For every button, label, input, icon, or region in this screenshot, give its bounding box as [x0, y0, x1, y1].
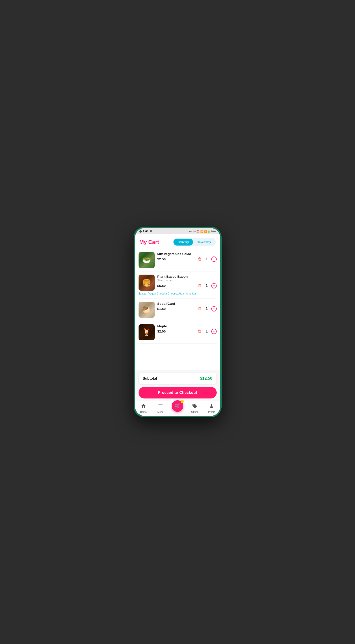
bottom-section: Subtotal $12.50 Procced to Checkout — [135, 370, 220, 401]
battery-icon: 🔋 — [207, 230, 210, 233]
nav-cart[interactable]: 🛒 — [171, 400, 184, 412]
item-name: Mojito — [157, 324, 217, 328]
settings-icon: ⚙ — [150, 230, 152, 233]
item-price-row: $6.50 🗑 1 + — [157, 283, 217, 288]
camera-dot — [139, 230, 142, 232]
cart-item: Mix Vegetables Salad $2.50 🗑 1 + — [139, 249, 217, 272]
item-image-mojito — [139, 324, 155, 340]
cart-button[interactable]: 🛒 — [172, 400, 183, 412]
item-price: $6.50 — [157, 284, 166, 288]
item-image-salad — [139, 252, 155, 268]
nav-offers[interactable]: Offers — [188, 403, 201, 413]
item-price-row: $2.50 🗑 1 + — [157, 256, 217, 262]
item-price: $2.50 — [157, 257, 166, 261]
item-price-row: $1.50 🗑 1 + — [157, 306, 217, 312]
cart-item: Plant Based Bacon Size : Large, $6.50 🗑 … — [139, 272, 217, 298]
wifi-icon: 📶 — [200, 230, 203, 233]
item-controls: 🗑 1 + — [197, 256, 217, 262]
delete-button[interactable]: 🗑 — [197, 256, 202, 262]
phone-inner: 2:04 ⚙ 0.93 KB/S ⏰ 📶 📶 🔋 56% My Cart Del… — [135, 228, 220, 416]
delivery-button[interactable]: Delivery — [173, 238, 193, 246]
offers-icon — [192, 403, 197, 410]
cart-items-list: Mix Vegetables Salad $2.50 🗑 1 + — [135, 249, 220, 370]
item-quantity: 1 — [205, 284, 209, 288]
item-name: Soda (Can) — [157, 302, 217, 306]
signal-icon: 📶 — [204, 230, 207, 233]
nav-home[interactable]: Home — [137, 403, 150, 413]
subtotal-card: Subtotal $12.50 — [139, 373, 217, 384]
item-name: Mix Vegetables Salad — [157, 252, 217, 256]
offers-label: Offers — [191, 410, 198, 413]
item-details: Plant Based Bacon Size : Large, $6.50 🗑 … — [157, 274, 217, 288]
battery-percent: 56% — [211, 230, 216, 233]
add-button[interactable]: + — [211, 329, 217, 334]
cart-item-main: Mix Vegetables Salad $2.50 🗑 1 + — [139, 252, 217, 268]
data-speed: 0.93 KB/S — [187, 230, 196, 232]
checkout-button[interactable]: Procced to Checkout — [139, 387, 217, 398]
delete-button[interactable]: 🗑 — [197, 328, 202, 334]
app-content: My Cart Delivery Takeaway Mix Vegetables… — [135, 234, 220, 401]
subtotal-value: $12.50 — [200, 376, 212, 381]
item-size: Size : Large, — [157, 279, 217, 282]
item-extras: Extras : Vegan Cheddar Cheese,Vegan Amer… — [139, 292, 217, 295]
status-left: 2:04 ⚙ — [139, 230, 152, 233]
delete-button[interactable]: 🗑 — [197, 283, 202, 288]
takeaway-button[interactable]: Takeaway — [193, 238, 215, 246]
item-controls: 🗑 1 + — [197, 328, 217, 334]
item-details: Mojito $2.00 🗑 1 + — [157, 324, 217, 334]
extras-value: Vegan Cheddar Cheese,Vegan American — [148, 292, 197, 295]
item-controls: 🗑 1 + — [197, 306, 217, 312]
phone-frame: 2:04 ⚙ 0.93 KB/S ⏰ 📶 📶 🔋 56% My Cart Del… — [134, 227, 222, 417]
subtotal-label: Subtotal — [143, 376, 157, 380]
item-price: $1.50 — [157, 307, 166, 310]
item-quantity: 1 — [205, 330, 209, 334]
bottom-nav: Home Menu 🛒 — [135, 401, 220, 416]
item-details: Mix Vegetables Salad $2.50 🗑 1 + — [157, 252, 217, 262]
item-image-burger — [139, 274, 155, 291]
add-button[interactable]: + — [211, 256, 217, 262]
item-details: Soda (Can) $1.50 🗑 1 + — [157, 302, 217, 312]
profile-icon — [209, 403, 214, 410]
cart-item-main: Mojito $2.00 🗑 1 + — [139, 324, 217, 340]
item-controls: 🗑 1 + — [197, 283, 217, 288]
header: My Cart Delivery Takeaway — [135, 234, 220, 249]
alarm-icon: ⏰ — [197, 230, 199, 233]
profile-label: Profile — [208, 410, 215, 413]
cart-item-main: Plant Based Bacon Size : Large, $6.50 🗑 … — [139, 274, 217, 291]
home-icon — [141, 403, 146, 410]
add-button[interactable]: + — [211, 283, 217, 288]
cart-icon: 🛒 — [174, 403, 180, 409]
home-label: Home — [140, 410, 147, 413]
cart-item: Soda (Can) $1.50 🗑 1 + — [139, 298, 217, 321]
menu-label: Menu — [157, 410, 164, 413]
delete-button[interactable]: 🗑 — [197, 306, 202, 312]
nav-menu[interactable]: Menu — [154, 403, 167, 413]
status-right: 0.93 KB/S ⏰ 📶 📶 🔋 56% — [187, 230, 216, 233]
item-price: $2.00 — [157, 330, 166, 333]
item-quantity: 1 — [205, 307, 209, 311]
item-price-row: $2.00 🗑 1 + — [157, 328, 217, 334]
cart-item-main: Soda (Can) $1.50 🗑 1 + — [139, 302, 217, 318]
status-time: 2:04 — [143, 230, 148, 233]
item-quantity: 1 — [205, 257, 209, 261]
item-image-soda — [139, 302, 155, 318]
add-button[interactable]: + — [211, 306, 217, 312]
cart-item: Mojito $2.00 🗑 1 + — [139, 321, 217, 344]
item-name: Plant Based Bacon — [157, 274, 217, 278]
page-title: My Cart — [139, 239, 159, 245]
cart-badge — [181, 400, 184, 403]
menu-icon — [158, 403, 163, 410]
extras-label: Extras : — [139, 292, 148, 295]
delivery-toggle: Delivery Takeaway — [173, 238, 216, 246]
nav-profile[interactable]: Profile — [205, 403, 218, 413]
spacer — [139, 344, 217, 353]
status-bar: 2:04 ⚙ 0.93 KB/S ⏰ 📶 📶 🔋 56% — [135, 228, 220, 234]
